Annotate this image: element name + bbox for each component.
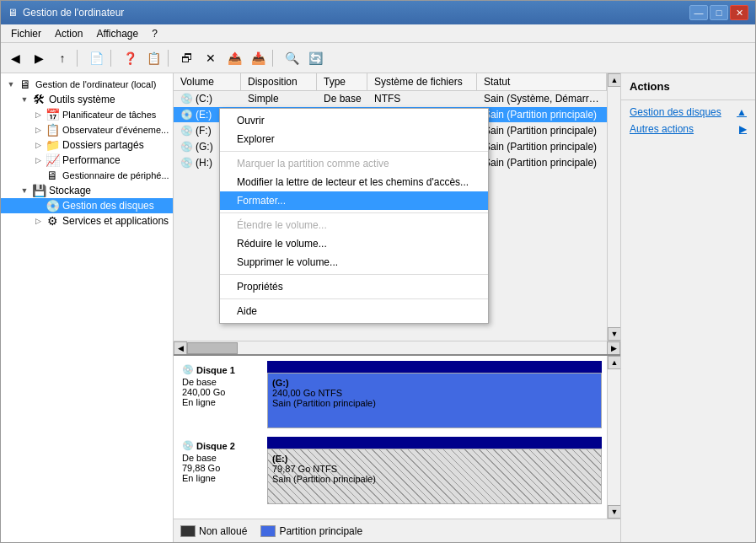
col-volume[interactable]: Volume bbox=[174, 73, 241, 90]
toolbar-sep2 bbox=[110, 50, 115, 67]
scroll-down-arrow[interactable]: ▼ bbox=[608, 327, 620, 341]
actions-autres-label: Autres actions bbox=[630, 123, 694, 135]
disk1-info: 💿 Disque 1 De base 240,00 Go En ligne bbox=[179, 361, 267, 428]
performance-toggle[interactable]: ▷ bbox=[31, 156, 45, 164]
disk1-status: En ligne bbox=[182, 397, 264, 407]
properties-button[interactable]: 📋 bbox=[142, 47, 164, 69]
maximize-button[interactable]: □ bbox=[710, 5, 728, 20]
services-toggle[interactable]: ▷ bbox=[31, 217, 45, 225]
tree-gestionnaire-label: Gestionnaire de périphé... bbox=[62, 170, 169, 180]
col-disposition[interactable]: Disposition bbox=[241, 73, 317, 90]
stockage-toggle[interactable]: ▼ bbox=[18, 186, 31, 195]
main-window: 🖥 Gestion de l'ordinateur — □ ✕ Fichier … bbox=[0, 0, 756, 543]
titlebar-controls: — □ ✕ bbox=[689, 5, 748, 20]
tree-root-label: Gestion de l'ordinateur (local) bbox=[35, 79, 156, 89]
ctx-explorer[interactable]: Explorer bbox=[220, 130, 488, 148]
disk2-bar-area: (E:) 79,87 Go NTFS Sain (Partition princ… bbox=[267, 437, 602, 504]
legend-primary-label: Partition principale bbox=[279, 525, 362, 537]
ctx-reduire[interactable]: Réduire le volume... bbox=[220, 234, 488, 253]
minimize-button[interactable]: — bbox=[689, 5, 708, 20]
up-button[interactable]: ↑ bbox=[51, 47, 73, 69]
menu-affichage[interactable]: Affichage bbox=[89, 26, 145, 41]
col-filesystem[interactable]: Système de fichiers bbox=[367, 73, 477, 90]
forward-button[interactable]: ▶ bbox=[28, 47, 50, 69]
search-button[interactable]: 🔍 bbox=[281, 47, 303, 69]
tree-dossiers[interactable]: ▷ 📁 Dossiers partagés bbox=[1, 137, 173, 153]
disk2-part-status: Sain (Partition principale) bbox=[272, 474, 597, 484]
disk1-partition[interactable]: (G:) 240,00 Go NTFS Sain (Partition prin… bbox=[267, 373, 602, 428]
tree-observateur[interactable]: ▷ 📋 Observateur d'événeme... bbox=[1, 122, 173, 137]
tree-stockage-label: Stockage bbox=[49, 185, 91, 196]
ctx-sep4 bbox=[220, 298, 488, 299]
legend-blue-box bbox=[260, 525, 276, 537]
scroll-left-arrow[interactable]: ◀ bbox=[174, 341, 187, 355]
close-button[interactable]: ✕ bbox=[730, 5, 748, 20]
tree-services[interactable]: ▷ ⚙ Services et applications bbox=[1, 213, 173, 228]
stockage-icon: 💾 bbox=[31, 184, 46, 197]
ctx-aide[interactable]: Aide bbox=[220, 302, 488, 320]
menu-action[interactable]: Action bbox=[48, 26, 89, 41]
gestionnaire-icon: 🖥 bbox=[45, 169, 60, 182]
tree-performance-label: Performance bbox=[62, 154, 121, 166]
help-button[interactable]: ❓ bbox=[119, 47, 141, 69]
planificateur-toggle[interactable]: ▷ bbox=[31, 110, 45, 119]
disk2-type: De base bbox=[182, 453, 264, 463]
disk2-partition[interactable]: (E:) 79,87 Go NTFS Sain (Partition princ… bbox=[267, 449, 602, 504]
legend-unallocated-label: Non alloué bbox=[199, 525, 247, 537]
col-status[interactable]: Statut bbox=[477, 73, 607, 90]
dossiers-toggle[interactable]: ▷ bbox=[31, 141, 45, 149]
ctx-supprimer[interactable]: Supprimer le volume... bbox=[220, 253, 488, 272]
new-window-button[interactable]: 🗗 bbox=[176, 47, 198, 69]
observateur-toggle[interactable]: ▷ bbox=[31, 126, 45, 134]
tree-outils[interactable]: ▼ 🛠 Outils système bbox=[1, 92, 173, 107]
ctx-ouvrir[interactable]: Ouvrir bbox=[220, 111, 488, 130]
disk1-bar-area: (G:) 240,00 Go NTFS Sain (Partition prin… bbox=[267, 361, 602, 428]
toolbar-sep3 bbox=[168, 50, 173, 67]
titlebar-left: 🖥 Gestion de l'ordinateur bbox=[8, 7, 124, 19]
scroll-up-arrow[interactable]: ▲ bbox=[608, 73, 620, 87]
planificateur-icon: 📅 bbox=[45, 108, 60, 121]
disk-scroll-down[interactable]: ▼ bbox=[608, 505, 620, 519]
tree-gestionnaire[interactable]: 🖥 Gestionnaire de périphé... bbox=[1, 168, 173, 183]
root-toggle[interactable]: ▼ bbox=[4, 80, 18, 89]
disk1-icon: 💿 bbox=[182, 364, 194, 375]
tree-stockage[interactable]: ▼ 💾 Stockage bbox=[1, 183, 173, 198]
table-row[interactable]: 💿 (C:) Simple De base NTFS Sain (Système… bbox=[174, 91, 607, 107]
delete-button[interactable]: ✕ bbox=[200, 47, 222, 69]
tree-outils-label: Outils système bbox=[49, 94, 115, 105]
disk1-name: Disque 1 bbox=[196, 365, 235, 375]
ctx-marquer: Marquer la partition comme active bbox=[220, 154, 488, 173]
export-button[interactable]: 📤 bbox=[223, 47, 245, 69]
titlebar: 🖥 Gestion de l'ordinateur — □ ✕ bbox=[1, 1, 755, 24]
col-type[interactable]: Type bbox=[317, 73, 367, 90]
menu-help[interactable]: ? bbox=[145, 26, 164, 41]
show-console-button[interactable]: 📄 bbox=[85, 47, 107, 69]
ctx-proprietes[interactable]: Propriétés bbox=[220, 277, 488, 296]
disk2-label: (E:) bbox=[272, 454, 597, 464]
actions-gestion-link[interactable]: Gestion des disques ▲ bbox=[621, 104, 755, 121]
back-button[interactable]: ◀ bbox=[4, 47, 26, 69]
tree-services-label: Services et applications bbox=[62, 215, 169, 227]
actions-autres[interactable]: Autres actions ▶ bbox=[621, 121, 755, 137]
table-scrollbar-h[interactable]: ◀ ▶ bbox=[174, 341, 620, 354]
disk-scroll-up[interactable]: ▲ bbox=[608, 356, 620, 369]
ctx-formater[interactable]: Formater... bbox=[220, 191, 488, 210]
outils-icon: 🛠 bbox=[31, 93, 46, 106]
tree-root[interactable]: ▼ 🖥 Gestion de l'ordinateur (local) bbox=[1, 77, 173, 92]
ctx-modifier[interactable]: Modifier la lettre de lecteur et les che… bbox=[220, 173, 488, 191]
scroll-h-thumb[interactable] bbox=[187, 342, 238, 354]
outils-toggle[interactable]: ▼ bbox=[18, 95, 31, 104]
tree-planificateur[interactable]: ▷ 📅 Planificateur de tâches bbox=[1, 107, 173, 122]
disk-scrollbar-v[interactable]: ▲ ▼ bbox=[607, 356, 620, 519]
table-scrollbar-v[interactable]: ▲ ▼ bbox=[607, 73, 620, 341]
menu-fichier[interactable]: Fichier bbox=[4, 26, 48, 41]
refresh-button[interactable]: 🔄 bbox=[304, 47, 326, 69]
import-button[interactable]: 📥 bbox=[247, 47, 269, 69]
tree-performance[interactable]: ▷ 📈 Performance bbox=[1, 153, 173, 168]
context-menu: Ouvrir Explorer Marquer la partition com… bbox=[219, 108, 489, 324]
disk1-label: (G:) bbox=[272, 378, 597, 388]
disk2-bar-header bbox=[267, 437, 602, 449]
tree-gestion-disques[interactable]: 💿 Gestion des disques bbox=[1, 198, 173, 213]
observateur-icon: 📋 bbox=[45, 123, 60, 137]
scroll-right-arrow[interactable]: ▶ bbox=[607, 341, 620, 355]
